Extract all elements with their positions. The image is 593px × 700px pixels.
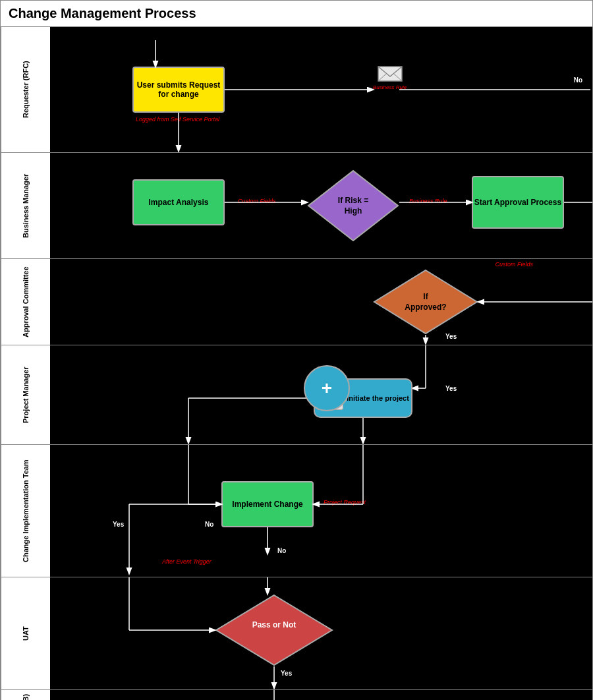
custom-fields-label-1: Custom Fields [238, 198, 276, 204]
lane-content-bm: Impact Analysis Custom Fields If Risk = … [50, 153, 592, 258]
start-approval-shape: Start Approval Process [472, 176, 564, 229]
lane-label-ac: Approval Committee [1, 259, 50, 345]
business-rule-label-1: Business Rule [373, 84, 407, 90]
pass-or-not-diamond: Pass or Not [215, 594, 333, 666]
svg-text:High: High [345, 206, 362, 216]
lane-content-uat: Pass or Not Yes [50, 577, 592, 689]
no-label-3: No [277, 547, 286, 554]
after-event-trigger-label: After Event Trigger [162, 558, 212, 565]
lane-content-pm: + Init [50, 345, 592, 444]
lane-label-uat: UAT [1, 577, 50, 689]
if-approved-svg: If Approved? [373, 269, 478, 335]
svg-marker-8 [308, 171, 398, 241]
no-label-1: No [574, 76, 582, 84]
project-request-label: Project Request [324, 499, 366, 506]
envelope-svg-1 [377, 63, 403, 83]
svg-text:If Risk =: If Risk = [338, 196, 368, 205]
lane-label-pm: Project Manager [1, 345, 50, 444]
yes-label-2: Yes [445, 385, 457, 392]
lane-project-manager: Project Manager + [1, 345, 592, 445]
lane-1-arrows [50, 27, 592, 152]
yes-label-3: Yes [113, 521, 124, 528]
page-title: Change Management Process [1, 1, 592, 27]
lane-uat: UAT Pass or Not Yes [1, 577, 592, 690]
initiate-circle: + [304, 365, 350, 411]
lane-change-impl: Change Implementation Team Implement Cha… [1, 445, 592, 577]
lane-business-manager: Business Manager Impact Analysis Custom … [1, 153, 592, 259]
no-label-2: No [205, 521, 213, 528]
lane-content-ac: Custom Fields If Approved? [50, 259, 592, 345]
lane-5-arrows [50, 445, 592, 577]
yes-label-4: Yes [281, 670, 292, 677]
business-rule-label-2: Business Rule [409, 198, 447, 204]
lane-content-cab: Go/No Go Business Rule [50, 690, 592, 700]
svg-rect-0 [378, 67, 402, 81]
lane-content-cit: Implement Change Project Request Yes No … [50, 445, 592, 577]
lane-requester: Requester (RFC) User submits Request for… [1, 27, 592, 153]
svg-text:Approved?: Approved? [405, 303, 446, 312]
diagram-container: Requester (RFC) User submits Request for… [1, 27, 592, 700]
lane-label-cit: Change Implementation Team [1, 445, 50, 577]
lane-approval-committee: Approval Committee Custom Fields If Appr… [1, 259, 592, 345]
if-risk-svg: If Risk = High [307, 169, 399, 242]
pass-or-not-svg: Pass or Not [215, 594, 333, 666]
if-risk-diamond: If Risk = High [307, 169, 399, 242]
lane-label-requester: Requester (RFC) [1, 27, 50, 152]
lane-3-arrows [50, 259, 592, 345]
yes-label-1: Yes [445, 333, 457, 340]
svg-text:If: If [423, 292, 428, 301]
logged-label: Logged from Self Service Portal [136, 116, 219, 123]
user-submits-shape: User submits Request for change [132, 67, 225, 113]
svg-text:Pass or Not: Pass or Not [252, 620, 296, 629]
impact-analysis-shape: Impact Analysis [132, 179, 225, 225]
lane-cab: Change Advisory Board (CAB) Go/No Go [1, 690, 592, 700]
implement-change-shape: Implement Change [221, 481, 314, 527]
lane-content-requester: User submits Request for change Business… [50, 27, 592, 152]
lane-label-cab: Change Advisory Board (CAB) [1, 690, 50, 700]
svg-marker-15 [374, 270, 477, 334]
business-rule-icon-1: Business Rule [373, 63, 407, 90]
lane-label-bm: Business Manager [1, 153, 50, 258]
page: Change Management Process Requester (RFC… [0, 0, 593, 700]
custom-fields-label-2: Custom Fields [495, 261, 533, 268]
lane-7-arrows [50, 690, 592, 700]
svg-marker-37 [216, 595, 332, 665]
if-approved-diamond: If Approved? [373, 269, 478, 335]
